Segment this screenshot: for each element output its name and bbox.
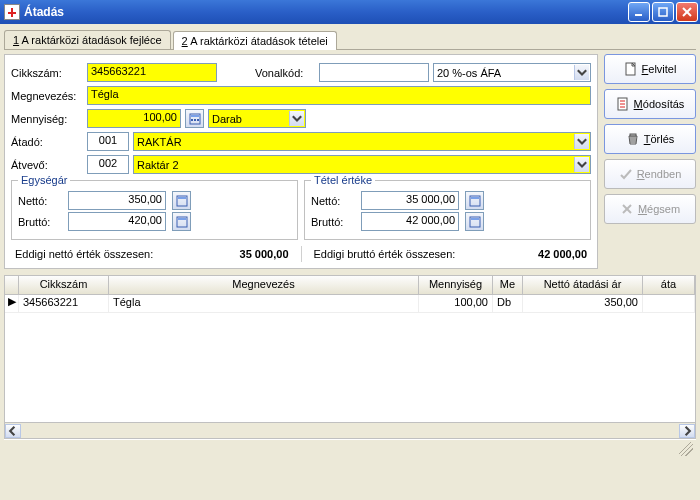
atvevo-code-input[interactable]: 002 [87,155,129,174]
minimize-button[interactable] [628,2,650,22]
chevron-down-icon [574,134,589,149]
tetel-legend: Tétel értéke [311,174,375,186]
tetel-netto-label: Nettó: [311,195,355,207]
trash-icon [626,132,640,146]
edit-icon [616,97,630,111]
megnevezes-input[interactable]: Tégla [87,86,591,105]
egysegar-legend: Egységár [18,174,70,186]
svg-rect-14 [471,197,479,199]
vonalkod-input[interactable] [319,63,429,82]
cancel-icon [620,202,634,216]
cikkszam-label: Cikkszám: [11,67,83,79]
egysegar-netto-input[interactable]: 350,00 [68,191,166,210]
chevron-down-icon [574,65,589,80]
atvevo-label: Átvevő: [11,159,83,171]
svg-rect-0 [635,14,642,16]
items-grid: Cikkszám Megnevezés Mennyiség Me Nettó á… [4,275,696,439]
row-selector-header[interactable] [5,276,19,294]
sum-netto-value: 35 000,00 [199,248,289,260]
resize-grip-icon[interactable] [679,442,693,456]
calculator-icon[interactable] [465,212,484,231]
scroll-left-icon[interactable] [5,424,21,438]
sum-brutto-value: 42 000,00 [497,248,587,260]
svg-rect-12 [178,218,186,220]
totals-row: Eddigi nettó érték összesen: 35 000,00 E… [11,246,591,262]
action-buttons: Felvitel Módosítás Törlés Rendben Mégsem [604,54,696,269]
window-title: Átadás [24,5,628,19]
rendben-button[interactable]: Rendben [604,159,696,189]
mennyiseg-label: Mennyiség: [11,113,83,125]
maximize-button[interactable] [652,2,674,22]
egyseg-select[interactable]: Darab [208,109,306,128]
svg-rect-6 [191,119,193,121]
calculator-icon[interactable] [172,212,191,231]
close-button[interactable] [676,2,698,22]
tab-header[interactable]: 1 A raktárközi átadások fejléce [4,30,171,49]
svg-rect-8 [197,119,199,121]
status-bar [4,439,696,457]
egysegar-brutto-label: Bruttó: [18,216,62,228]
egysegar-brutto-input[interactable]: 420,00 [68,212,166,231]
tetel-brutto-label: Bruttó: [311,216,355,228]
col-me[interactable]: Me [493,276,523,294]
check-icon [619,167,633,181]
new-icon [624,62,638,76]
felvitel-button[interactable]: Felvitel [604,54,696,84]
atvevo-name-select[interactable]: Raktár 2 [133,155,591,174]
chevron-down-icon [574,157,589,172]
atado-code-input[interactable]: 001 [87,132,129,151]
window-titlebar: Átadás [0,0,700,24]
svg-rect-22 [630,134,636,136]
calculator-icon[interactable] [185,109,204,128]
svg-rect-10 [178,197,186,199]
egysegar-group: Egységár Nettó: 350,00 Bruttó: 420,00 [11,180,298,240]
calculator-icon[interactable] [172,191,191,210]
table-row[interactable]: ▶ 345663221 Tégla 100,00 Db 350,00 [5,295,695,313]
tetel-brutto-input[interactable]: 42 000,00 [361,212,459,231]
app-icon [4,4,20,20]
chevron-down-icon [289,111,304,126]
scroll-right-icon[interactable] [679,424,695,438]
col-netto-ar[interactable]: Nettó átadási ár [523,276,643,294]
tetel-group: Tétel értéke Nettó: 35 000,00 Bruttó: 42… [304,180,591,240]
tab-strip: 1 A raktárközi átadások fejléce 2 A rakt… [4,28,696,50]
tetel-netto-input[interactable]: 35 000,00 [361,191,459,210]
megnevezes-label: Megnevezés: [11,90,83,102]
torles-button[interactable]: Törlés [604,124,696,154]
megsem-button[interactable]: Mégsem [604,194,696,224]
form-panel: Cikkszám: 345663221 Vonalkód: 20 %-os ÁF… [4,54,598,269]
svg-rect-16 [471,218,479,220]
row-indicator-icon: ▶ [5,295,19,312]
col-megnevezes[interactable]: Megnevezés [109,276,419,294]
cikkszam-input[interactable]: 345663221 [87,63,217,82]
horizontal-scrollbar[interactable] [5,422,695,438]
mennyiseg-input[interactable]: 100,00 [87,109,181,128]
calculator-icon[interactable] [465,191,484,210]
col-ata[interactable]: áta [643,276,695,294]
svg-rect-7 [194,119,196,121]
vonalkod-label: Vonalkód: [255,67,315,79]
atado-label: Átadó: [11,136,83,148]
svg-rect-5 [191,115,199,117]
atado-name-select[interactable]: RAKTÁR [133,132,591,151]
afa-select[interactable]: 20 %-os ÁFA [433,63,591,82]
modositas-button[interactable]: Módosítás [604,89,696,119]
tab-items[interactable]: 2 A raktárközi átadások tételei [173,31,337,50]
col-cikkszam[interactable]: Cikkszám [19,276,109,294]
sum-brutto-label: Eddigi bruttó érték összesen: [314,248,498,260]
svg-rect-1 [659,8,667,16]
egysegar-netto-label: Nettó: [18,195,62,207]
col-mennyiseg[interactable]: Mennyiség [419,276,493,294]
sum-netto-label: Eddigi nettó érték összesen: [15,248,199,260]
